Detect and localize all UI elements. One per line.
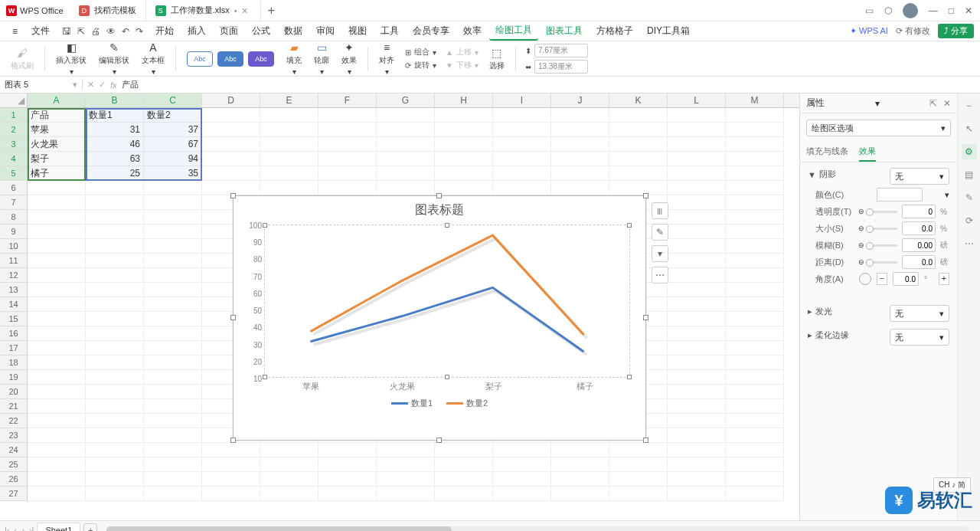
text-box-button[interactable]: A 文本框 ▾ (137, 41, 169, 76)
chart-title[interactable]: 图表标题 (234, 196, 645, 221)
next-sheet-icon[interactable]: › (21, 526, 24, 532)
cell[interactable] (668, 428, 726, 443)
cell[interactable] (28, 239, 86, 254)
cell[interactable] (144, 312, 202, 326)
cell[interactable] (86, 341, 144, 356)
cell[interactable] (86, 195, 144, 210)
menu-formula[interactable]: 公式 (246, 22, 276, 40)
cell[interactable] (668, 370, 726, 385)
cell[interactable] (86, 414, 144, 428)
cell[interactable] (726, 472, 784, 487)
cell[interactable] (86, 297, 144, 312)
cell[interactable] (668, 195, 726, 210)
cell[interactable] (260, 166, 318, 181)
last-sheet-icon[interactable]: ›| (29, 526, 34, 532)
cell[interactable] (668, 239, 726, 254)
cell[interactable]: 94 (144, 152, 202, 166)
fx-icon[interactable]: fx (110, 80, 117, 90)
cell[interactable] (318, 443, 377, 457)
preview-icon[interactable]: 👁 (106, 26, 116, 37)
angle-minus[interactable]: − (877, 273, 887, 285)
menu-tools[interactable]: 工具 (374, 22, 405, 40)
user-avatar[interactable] (903, 3, 918, 18)
cell[interactable] (493, 152, 551, 166)
cell[interactable] (144, 268, 202, 283)
spreadsheet[interactable]: ◢ ABCDEFGHIJKLM 123456789101112131415161… (0, 93, 799, 520)
col-header[interactable]: F (318, 93, 377, 107)
col-header[interactable]: D (202, 93, 260, 107)
cell[interactable] (144, 297, 202, 312)
row-header[interactable]: 11 (0, 254, 27, 268)
hamburger-icon[interactable]: ≡ (6, 24, 24, 39)
cell[interactable] (726, 283, 784, 297)
cell[interactable] (260, 181, 318, 195)
chart-line[interactable] (311, 287, 584, 352)
cell[interactable] (202, 472, 260, 487)
cell[interactable] (318, 108, 377, 123)
cell[interactable] (668, 268, 726, 283)
fill-button[interactable]: ▰ 填充 ▾ (282, 41, 306, 76)
cell[interactable] (260, 457, 318, 472)
cell[interactable] (726, 268, 784, 283)
cell[interactable] (609, 443, 668, 457)
row-header[interactable]: 24 (0, 443, 27, 457)
cell[interactable] (86, 428, 144, 443)
cell[interactable] (202, 123, 260, 137)
cell[interactable] (435, 457, 493, 472)
cell[interactable] (668, 108, 726, 123)
cell[interactable]: 橘子 (28, 166, 86, 181)
resize-handle[interactable] (643, 193, 648, 198)
cell[interactable] (609, 472, 668, 487)
cell[interactable] (551, 181, 609, 195)
cell[interactable] (435, 487, 493, 501)
cell[interactable] (551, 108, 609, 123)
menu-start[interactable]: 开始 (149, 22, 180, 40)
add-tab-button[interactable]: + (261, 4, 283, 18)
row-header[interactable]: 23 (0, 428, 27, 443)
cell[interactable] (202, 487, 260, 501)
save-icon[interactable]: 🖫 (62, 26, 71, 37)
col-header[interactable]: A (28, 93, 86, 107)
cell[interactable]: 67 (144, 137, 202, 152)
col-header[interactable]: E (260, 93, 318, 107)
cell[interactable] (377, 472, 435, 487)
cell[interactable] (726, 356, 784, 370)
cell[interactable] (144, 181, 202, 195)
cell[interactable] (435, 137, 493, 152)
menu-fangge[interactable]: 方格格子 (590, 22, 639, 40)
col-header[interactable]: M (726, 93, 784, 107)
col-header[interactable]: H (435, 93, 493, 107)
outline-button[interactable]: ▭ 轮廓 ▾ (309, 41, 334, 76)
resize-handle[interactable] (230, 315, 236, 320)
tool-layers[interactable]: ▤ (962, 167, 977, 182)
cell[interactable]: 31 (86, 123, 144, 137)
cell[interactable] (28, 414, 86, 428)
cell[interactable] (668, 225, 726, 239)
cell[interactable] (86, 254, 144, 268)
row-header[interactable]: 25 (0, 457, 27, 472)
print-icon[interactable]: 🖨 (91, 26, 100, 37)
cell[interactable] (86, 326, 144, 341)
sheet-tab[interactable]: Sheet1 (37, 523, 80, 531)
cell[interactable] (144, 472, 202, 487)
cell[interactable] (493, 181, 551, 195)
cell[interactable] (726, 457, 784, 472)
cell[interactable] (28, 487, 86, 501)
cell[interactable] (86, 370, 144, 385)
cell[interactable] (28, 428, 86, 443)
row-header[interactable]: 3 (0, 137, 27, 152)
preset-2[interactable]: Abc (217, 51, 243, 67)
resize-handle[interactable] (643, 438, 648, 443)
cell[interactable] (609, 166, 668, 181)
cell[interactable] (668, 210, 726, 225)
cell[interactable] (726, 210, 784, 225)
first-sheet-icon[interactable]: |‹ (5, 526, 10, 532)
cell[interactable] (435, 123, 493, 137)
menu-review[interactable]: 审阅 (310, 22, 341, 40)
cell[interactable] (260, 108, 318, 123)
cell[interactable] (493, 457, 551, 472)
col-header[interactable]: C (144, 93, 202, 107)
cell[interactable] (144, 385, 202, 399)
cell[interactable] (318, 137, 377, 152)
cell[interactable] (28, 268, 86, 283)
